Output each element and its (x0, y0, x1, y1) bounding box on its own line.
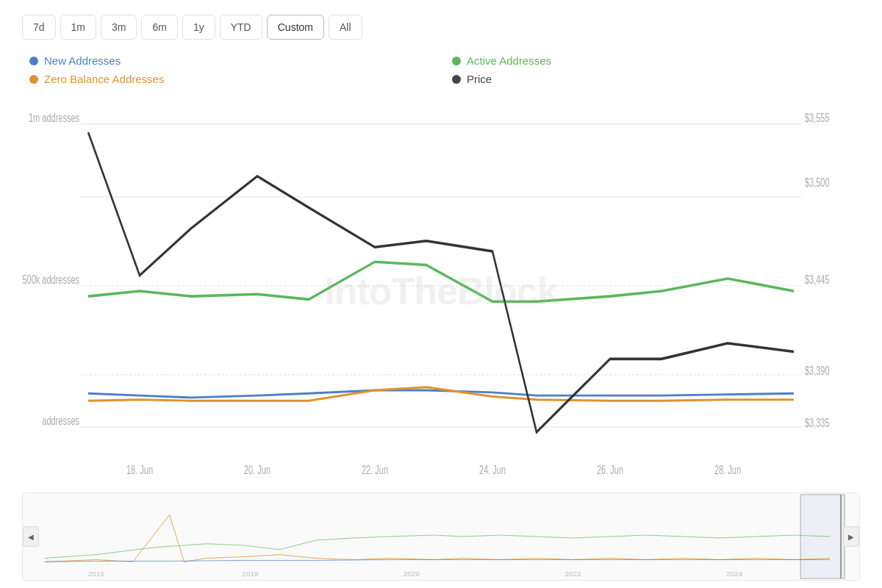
chart-legend: New Addresses Active Addresses Zero Bala… (22, 54, 860, 85)
svg-text:$3,445: $3,445 (805, 273, 830, 286)
legend-zero-balance: Zero Balance Addresses (29, 73, 437, 85)
legend-label-active-addresses: Active Addresses (467, 54, 551, 67)
svg-text:$3,390: $3,390 (805, 365, 830, 377)
svg-text:2020: 2020 (404, 570, 420, 578)
time-range-controls: 7d 1m 3m 6m 1y YTD Custom All (22, 15, 860, 40)
btn-6m[interactable]: 6m (141, 15, 177, 40)
svg-text:2016: 2016 (88, 570, 105, 578)
btn-1y[interactable]: 1y (182, 15, 215, 40)
svg-text:2022: 2022 (565, 570, 581, 578)
legend-price: Price (452, 73, 860, 85)
svg-text:2024: 2024 (726, 570, 743, 578)
btn-ytd[interactable]: YTD (220, 15, 262, 40)
legend-dot-active-addresses (452, 57, 461, 65)
svg-rect-19 (23, 493, 859, 580)
svg-text:500k addresses: 500k addresses (22, 273, 79, 286)
legend-label-price: Price (467, 73, 492, 85)
legend-dot-price (452, 75, 461, 84)
svg-text:20. Jun: 20. Jun (244, 464, 270, 476)
svg-text:2018: 2018 (242, 570, 259, 578)
legend-label-new-addresses: New Addresses (44, 54, 121, 67)
svg-text:addresses: addresses (42, 415, 79, 427)
mini-nav-left[interactable]: ◀ (23, 526, 39, 547)
legend-active-addresses: Active Addresses (452, 54, 860, 67)
mini-nav-right[interactable]: ▶ (843, 526, 859, 547)
mini-chart-svg: 2016 2018 2020 2022 2024 (23, 493, 859, 580)
chart-wrapper: IntoTheBlock 1m addresses 500k addresses… (22, 93, 860, 490)
btn-all[interactable]: All (329, 15, 362, 40)
svg-text:$3,335: $3,335 (805, 417, 830, 429)
svg-text:22. Jun: 22. Jun (362, 464, 388, 476)
svg-text:18. Jun: 18. Jun (126, 464, 153, 476)
legend-label-zero-balance: Zero Balance Addresses (44, 73, 164, 85)
btn-1m[interactable]: 1m (60, 15, 96, 40)
svg-text:$3,555: $3,555 (805, 112, 830, 124)
btn-7d[interactable]: 7d (22, 15, 56, 40)
legend-dot-new-addresses (29, 57, 38, 65)
btn-custom[interactable]: Custom (267, 15, 324, 40)
main-container: 7d 1m 3m 6m 1y YTD Custom All New Addres… (0, 0, 882, 588)
svg-text:24. Jun: 24. Jun (479, 464, 506, 476)
legend-new-addresses: New Addresses (29, 54, 437, 67)
svg-text:26. Jun: 26. Jun (597, 464, 623, 476)
mini-chart-container[interactable]: ◀ ▶ 2016 2018 2020 2022 2024 (22, 492, 860, 581)
legend-dot-zero-balance (29, 75, 38, 84)
svg-text:28. Jun: 28. Jun (714, 464, 741, 476)
btn-3m[interactable]: 3m (101, 15, 137, 40)
svg-text:1m addresses: 1m addresses (29, 112, 79, 124)
svg-text:$3,500: $3,500 (805, 176, 830, 189)
main-chart-svg[interactable]: 1m addresses 500k addresses addresses $3… (22, 93, 860, 490)
